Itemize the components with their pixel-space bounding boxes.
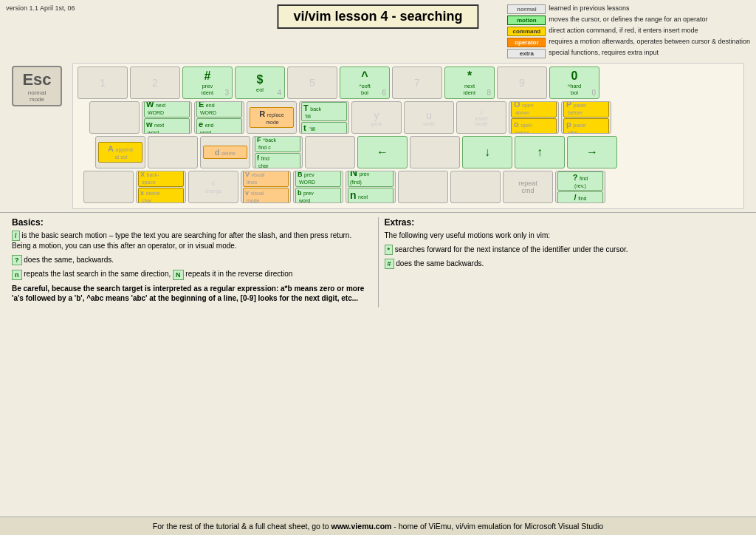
basics-para3: n repeats the last search in the same di… — [12, 269, 372, 279]
key-w[interactable]: W next WORD w next word — [142, 101, 192, 134]
key-dot[interactable]: repeatcmd — [503, 171, 553, 203]
key-d[interactable]: d delete — [200, 136, 250, 168]
footer-text: For the rest of the tutorial & a full ch… — [153, 522, 603, 531]
info-section: Basics: / is the basic search motion – t… — [0, 212, 756, 307]
question-badge: ? — [12, 255, 22, 265]
legend-desc-operator: requires a motion afterwards, operates b… — [549, 38, 750, 46]
key-e[interactable]: E end WORD e end word — [194, 101, 244, 134]
key-4[interactable]: $ eol 4 — [235, 67, 285, 99]
extras-title: Extras: — [385, 217, 745, 228]
key-f[interactable]: F ^back find c f find char — [252, 136, 303, 168]
key-a[interactable]: A append at eol — [95, 136, 145, 168]
key-6[interactable]: ^ ^softbol 6 — [340, 67, 390, 99]
key-m[interactable] — [398, 171, 448, 203]
basics-title: Basics: — [12, 217, 372, 228]
hash-badge: # — [385, 259, 394, 269]
esc-sub: normalmode — [28, 89, 46, 103]
key-j-down[interactable]: ↓ — [462, 136, 512, 168]
key-7[interactable]: 7 — [392, 67, 442, 99]
legend-desc-normal: learned in previous lessons — [549, 4, 629, 13]
legend-motion: motion moves the cursor, or defines the … — [507, 16, 750, 25]
key-c[interactable]: cchange — [188, 171, 238, 203]
extras-text2: searches forward for the next instance o… — [395, 245, 628, 253]
key-b[interactable]: B prev WORD b prev word — [293, 171, 343, 203]
key-1[interactable]: 1 — [78, 67, 128, 99]
basics-text1: is the basic search motion – type the te… — [12, 231, 351, 250]
esc-key[interactable]: Esc normalmode — [12, 66, 62, 106]
key-slash[interactable]: ? find(rev.) / find — [555, 171, 605, 203]
key-2[interactable]: 2 — [130, 67, 180, 99]
legend-badge-operator: operator — [507, 38, 546, 47]
key-q[interactable] — [89, 101, 140, 134]
extras-para2: * searches forward for the next instance… — [385, 245, 745, 255]
key-k-up[interactable]: ↑ — [515, 136, 565, 168]
key-r[interactable]: R replace mode — [247, 101, 297, 134]
basics-para4: Be careful, because the search target is… — [12, 284, 372, 304]
star-badge: * — [385, 245, 394, 255]
version-info: version 1.1 April 1st, 06 — [6, 4, 75, 13]
key-i[interactable]: i insertmode — [456, 101, 506, 134]
legend-command: command direct action command, if red, i… — [507, 27, 750, 36]
esc-label: Esc — [22, 70, 51, 89]
legend-desc-extra: special functions, requires extra input — [549, 49, 659, 57]
key-x[interactable]: X back- space x delete char — [136, 171, 186, 203]
key-p[interactable]: P paste before p paste after — [561, 101, 611, 134]
basics-para2: ? does the same, backwards. — [12, 255, 372, 265]
key-o[interactable]: O open above o open below — [509, 101, 559, 134]
extras-section: Extras: The following very useful motion… — [379, 217, 751, 307]
key-l-right[interactable]: → — [567, 136, 617, 168]
key-n[interactable]: N prev(find) n next(find) — [346, 171, 396, 203]
key-8[interactable]: * nextident 8 — [444, 67, 495, 99]
legend-badge-command: command — [507, 27, 546, 36]
keyboard: 1 2 # prevident 3 $ eol 4 5 — [72, 63, 744, 209]
legend-operator: operator requires a motion afterwards, o… — [507, 38, 750, 47]
key-y[interactable]: y yank — [351, 101, 402, 134]
zxcv-row: X back- space x delete char cchange V — [83, 171, 739, 203]
extras-para1: The following very useful motions work o… — [385, 231, 745, 241]
slash-badge: / — [12, 231, 20, 241]
legend-extra: extra special functions, requires extra … — [507, 49, 750, 58]
qwerty-row: W next WORD w next word E end WORD — [89, 101, 739, 134]
key-g[interactable] — [305, 136, 355, 168]
basics-para1: / is the basic search motion – type the … — [12, 231, 372, 251]
key-v[interactable]: V visual lines v visual mode — [241, 171, 291, 203]
number-row: 1 2 # prevident 3 $ eol 4 5 — [78, 67, 739, 99]
footer: For the rest of the tutorial & a full ch… — [0, 517, 756, 535]
key-t[interactable]: T back 'till t 'till — [299, 101, 349, 134]
legend: normal learned in previous lessons motio… — [507, 4, 750, 58]
key-u[interactable]: u undo — [404, 101, 454, 134]
key-asdf-i[interactable] — [410, 136, 460, 168]
legend-desc-motion: moves the cursor, or defines the range f… — [549, 16, 707, 24]
basics-text3b: repeats it in the reverse direction — [185, 270, 292, 278]
header: version 1.1 April 1st, 06 vi/vim lesson … — [0, 0, 756, 61]
extras-para3: # does the same backwards. — [385, 259, 745, 269]
key-h[interactable]: ← — [357, 136, 408, 168]
key-z[interactable] — [83, 171, 134, 203]
legend-badge-extra: extra — [507, 49, 546, 58]
basics-section: Basics: / is the basic search motion – t… — [6, 217, 379, 307]
key-0[interactable]: 0 ^hardbol 0 — [549, 67, 599, 99]
n-badge: n — [12, 270, 22, 280]
key-comma[interactable] — [450, 171, 501, 203]
N-badge: N — [173, 270, 184, 280]
legend-badge-motion: motion — [507, 16, 546, 25]
page-title: vi/vim lesson 4 - searching — [277, 4, 478, 29]
legend-desc-command: direct action command, if red, it enters… — [549, 27, 698, 35]
key-3[interactable]: # prevident 3 — [182, 67, 233, 99]
basics-text3a: repeats the last search in the same dire… — [24, 270, 173, 278]
key-9[interactable]: 9 — [497, 67, 547, 99]
legend-badge-normal: normal — [507, 4, 546, 14]
asdf-row: A append at eol d delete F ^back find c — [95, 136, 739, 168]
basics-text2: does the same, backwards. — [24, 256, 114, 264]
extras-text3: does the same backwards. — [396, 259, 484, 268]
legend-normal: normal learned in previous lessons — [507, 4, 750, 14]
key-s[interactable] — [148, 136, 198, 168]
key-5[interactable]: 5 — [287, 67, 337, 99]
